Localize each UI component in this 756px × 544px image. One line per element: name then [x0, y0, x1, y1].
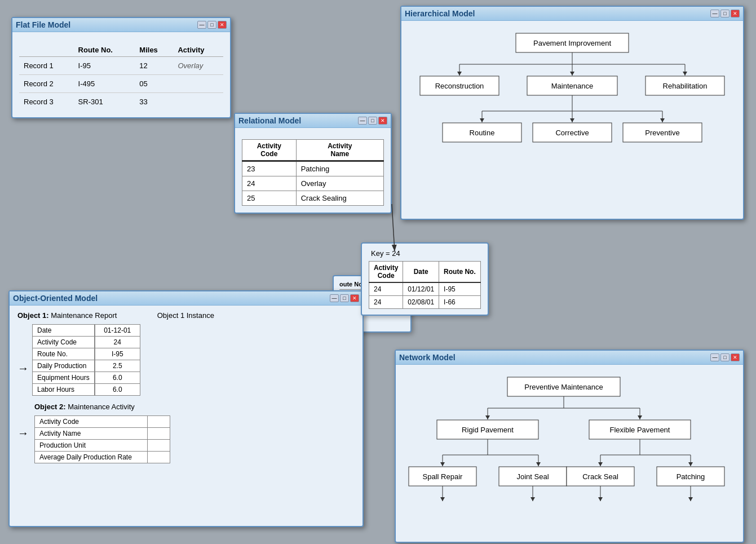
oo-obj1-fields-row: → Date Activity Code Route No. Daily Pro…: [17, 324, 140, 396]
inst-daily: 2.5: [95, 360, 140, 372]
relational-content: ActivityCode ActivityName 23 Patching 24…: [235, 128, 391, 213]
route: I-66: [439, 296, 481, 309]
oo-maximize[interactable]: □: [340, 294, 349, 302]
flat-file-minimize[interactable]: —: [197, 21, 206, 29]
key-table: ActivityCode Date Route No. 24 01/12/01 …: [369, 261, 481, 309]
relational-minimize[interactable]: —: [358, 117, 367, 125]
hierarchical-title: Hierarchical Model: [405, 9, 475, 18]
oo-obj2-table: Activity Code Activity Name Production U…: [34, 415, 170, 463]
table-row: Date: [33, 325, 95, 337]
network-title: Network Model: [399, 353, 456, 362]
act-code: 24: [369, 282, 403, 296]
relational-key-panel: Key = 24 ActivityCode Date Route No. 24 …: [361, 242, 489, 316]
obj2-val2: [148, 428, 170, 440]
hierarchical-titlebar: Hierarchical Model — □ ✕: [401, 7, 743, 21]
net-minimize[interactable]: —: [710, 353, 719, 361]
net-joint: Joint Seal: [516, 472, 549, 481]
oo-obj2-area: Object 2: Maintenance Activity Activity …: [34, 403, 170, 463]
table-row: Production Unit: [35, 440, 170, 452]
flat-file-table: Route No. Miles Activity Record 1 I-95 1…: [19, 43, 223, 110]
oo-titlebar: Object-Oriented Model — □ ✕: [10, 291, 362, 306]
route: I-95: [439, 282, 481, 296]
key-col-date: Date: [403, 262, 439, 283]
flat-file-controls: — □ ✕: [197, 21, 227, 29]
activity-name: Overlay: [296, 176, 383, 191]
svg-marker-51: [530, 497, 535, 501]
hierarchical-diagram: Pavement Improvement Reconstruction Main…: [409, 28, 736, 202]
flat-file-maximize[interactable]: □: [207, 21, 216, 29]
relational-maximize[interactable]: □: [368, 117, 377, 125]
activity: [173, 75, 223, 93]
flat-file-content: Route No. Miles Activity Record 1 I-95 1…: [12, 32, 230, 117]
table-row: Activity Code: [35, 416, 170, 428]
oo-obj1-label: Object 1: Maintenance Report: [17, 311, 140, 320]
oo-title: Object-Oriented Model: [13, 294, 98, 303]
oo-window: Object-Oriented Model — □ ✕ Object 1: Ma…: [8, 290, 364, 527]
record-label: Record 2: [19, 75, 74, 93]
oo-instance-table: 01-12-01 24 I-95 2.5 6.0 6.0: [95, 324, 140, 396]
net-root: Preventive Maintenance: [524, 383, 603, 391]
record-label: Record 1: [19, 57, 74, 75]
svg-marker-17: [480, 118, 484, 122]
net-flexible: Flexible Pavement: [610, 426, 670, 434]
svg-marker-37: [536, 462, 541, 466]
net-patching: Patching: [677, 472, 705, 481]
date: 02/08/01: [403, 296, 439, 309]
field-labor: Labor Hours: [33, 384, 95, 396]
hierarchical-window: Hierarchical Model — □ ✕ Pavement Improv…: [400, 6, 744, 220]
inst-equip: 6.0: [95, 372, 140, 384]
table-row: Record 3 SR-301 33: [19, 93, 223, 111]
table-row: 23 Patching: [242, 161, 384, 176]
svg-marker-19: [660, 118, 665, 122]
flat-file-close[interactable]: ✕: [218, 21, 227, 29]
net-close[interactable]: ✕: [731, 353, 740, 361]
miles: 33: [135, 93, 173, 111]
hier-routine: Routine: [470, 129, 495, 137]
network-diagram: Preventive Maintenance Rigid Pavement Fl…: [403, 371, 736, 535]
field-daily: Daily Production: [33, 360, 95, 372]
oo-minimize[interactable]: —: [330, 294, 339, 302]
route-no: I-495: [74, 75, 135, 93]
svg-marker-6: [457, 72, 462, 76]
oo-close[interactable]: ✕: [350, 294, 359, 302]
relational-titlebar: Relational Model — □ ✕: [235, 114, 391, 128]
obj2-val4: [148, 452, 170, 463]
svg-marker-28: [485, 415, 490, 419]
oo-obj2-label: Object 2: Maintenance Activity: [34, 403, 170, 411]
miles: 05: [135, 75, 173, 93]
hier-maximize[interactable]: □: [720, 10, 730, 17]
oo-obj1-instance-label-col: Object 1 Instance: [157, 311, 214, 324]
arrow-right-icon: →: [17, 362, 29, 375]
table-row: Equipment Hours: [33, 372, 95, 384]
obj2-field1: Activity Code: [35, 416, 148, 428]
flat-col-empty: [19, 43, 74, 57]
net-rigid: Rigid Pavement: [462, 426, 514, 434]
key-col-code: ActivityCode: [369, 262, 403, 283]
table-row: Record 2 I-495 05: [19, 75, 223, 93]
flat-col-activity: Activity: [173, 43, 223, 57]
obj2-field2: Activity Name: [35, 428, 148, 440]
obj2-field4: Average Daily Production Rate: [35, 452, 148, 463]
hier-rehabilitation: Rehabilitation: [663, 82, 708, 90]
field-actcode: Activity Code: [33, 337, 95, 348]
inst-routeno: I-95: [95, 348, 140, 360]
table-row: Average Daily Production Rate: [35, 452, 170, 463]
relational-close[interactable]: ✕: [378, 117, 387, 125]
obj2-field3: Production Unit: [35, 440, 148, 452]
svg-marker-18: [570, 118, 574, 122]
key-col-route: Route No.: [439, 262, 481, 283]
hier-root: Pavement Improvement: [533, 39, 611, 47]
activity: Overlay: [173, 57, 223, 75]
hier-minimize[interactable]: —: [710, 10, 719, 17]
rel-col-code: ActivityCode: [242, 140, 297, 161]
net-crack: Crack Seal: [582, 472, 618, 481]
hier-close[interactable]: ✕: [731, 10, 740, 17]
svg-marker-29: [638, 415, 642, 419]
oo-instance-label: Object 1 Instance: [157, 311, 214, 320]
net-maximize[interactable]: □: [720, 353, 730, 361]
svg-marker-50: [440, 497, 445, 501]
table-row: 6.0: [95, 372, 140, 384]
field-date: Date: [33, 325, 95, 337]
svg-marker-8: [683, 72, 687, 76]
oo-obj1-left: Object 1: Maintenance Report → Date Acti…: [17, 311, 140, 396]
